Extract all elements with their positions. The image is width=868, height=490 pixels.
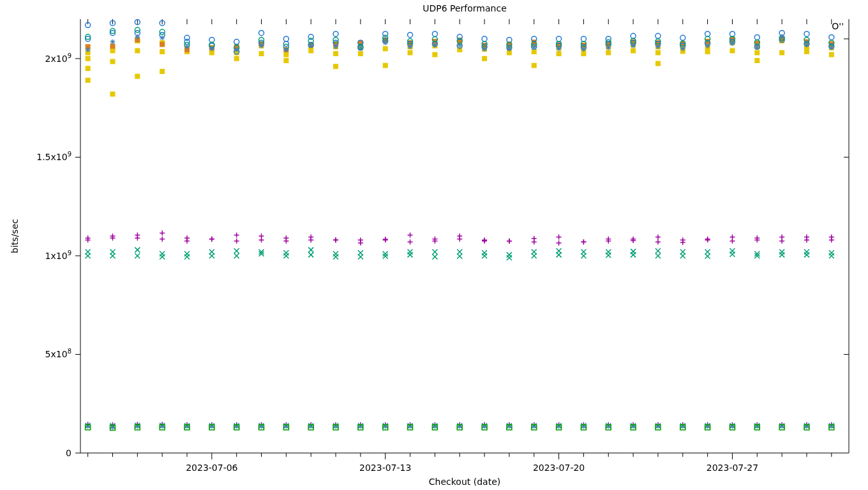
svg-rect-636 [432, 52, 437, 57]
svg-point-755 [730, 31, 735, 36]
svg-rect-667 [779, 50, 784, 56]
svg-point-741 [557, 36, 562, 41]
corner-annotation: O'' [832, 21, 844, 31]
svg-point-731 [432, 31, 437, 36]
chart-svg: 2023-07-062023-07-132023-07-202023-07-27… [0, 0, 868, 490]
svg-rect-647 [557, 51, 562, 56]
svg-rect-621 [283, 52, 288, 57]
x-tick-label: 2023-07-13 [359, 463, 411, 473]
svg-point-729 [408, 33, 413, 38]
x-tick-label: 2023-07-06 [186, 463, 237, 473]
svg-point-763 [829, 34, 834, 40]
svg-rect-656 [655, 61, 661, 66]
svg-rect-651 [606, 50, 611, 56]
svg-point-757 [754, 34, 760, 40]
x-tick-label: 2023-07-20 [533, 463, 585, 473]
svg-rect-631 [383, 46, 388, 51]
svg-rect-601 [86, 56, 91, 61]
svg-point-761 [804, 31, 809, 36]
svg-rect-626 [333, 51, 338, 56]
svg-rect-671 [829, 52, 834, 57]
svg-rect-640 [482, 56, 487, 61]
svg-rect-605 [110, 59, 115, 64]
y-tick-label: 5x108 [45, 348, 71, 359]
svg-point-723 [333, 31, 338, 36]
svg-point-719 [283, 36, 288, 41]
svg-point-747 [631, 33, 636, 38]
x-axis-label: Checkout (date) [429, 477, 500, 487]
y-tick-label: 1x109 [45, 249, 71, 261]
svg-point-753 [705, 31, 710, 36]
svg-rect-632 [383, 63, 388, 68]
svg-rect-660 [705, 49, 710, 54]
svg-point-713 [209, 37, 214, 42]
y-tick-label: 0 [66, 448, 71, 458]
svg-point-743 [581, 36, 586, 41]
y-tick-label: 2x109 [45, 52, 71, 64]
svg-rect-603 [86, 78, 91, 83]
svg-point-717 [259, 31, 264, 36]
svg-rect-655 [655, 50, 661, 56]
svg-rect-604 [110, 48, 115, 53]
y-tick-label: 1.5x109 [36, 151, 71, 162]
series-band-1.0G-teal-x [86, 248, 834, 260]
chart-title: UDP6 Performance [423, 3, 507, 13]
svg-rect-649 [581, 51, 586, 56]
svg-rect-634 [408, 50, 413, 56]
svg-rect-608 [135, 48, 140, 53]
svg-rect-675 [160, 42, 165, 47]
svg-rect-609 [135, 74, 140, 79]
svg-rect-669 [804, 49, 809, 54]
svg-rect-627 [333, 64, 338, 69]
svg-rect-664 [754, 50, 760, 56]
svg-rect-602 [86, 66, 91, 71]
svg-point-735 [482, 36, 487, 41]
svg-rect-665 [754, 58, 760, 63]
x-tick-label: 2023-07-27 [707, 463, 758, 473]
svg-rect-606 [110, 91, 115, 96]
svg-rect-622 [283, 58, 288, 63]
y-axis-label: bits/sec [10, 219, 20, 253]
svg-rect-662 [730, 48, 735, 53]
svg-rect-645 [532, 63, 537, 68]
svg-point-751 [680, 35, 685, 40]
chart-container: 2023-07-062023-07-132023-07-202023-07-27… [0, 0, 868, 490]
svg-rect-653 [631, 48, 636, 53]
svg-point-749 [655, 33, 661, 38]
svg-rect-629 [358, 51, 363, 56]
svg-point-715 [234, 40, 239, 45]
svg-rect-620 [259, 51, 264, 56]
svg-rect-624 [308, 48, 313, 53]
svg-rect-612 [160, 69, 165, 74]
svg-rect-618 [234, 56, 239, 61]
svg-rect-611 [160, 49, 165, 54]
svg-rect-644 [532, 49, 537, 54]
series-band-1.1G-purple-plus [86, 230, 834, 245]
